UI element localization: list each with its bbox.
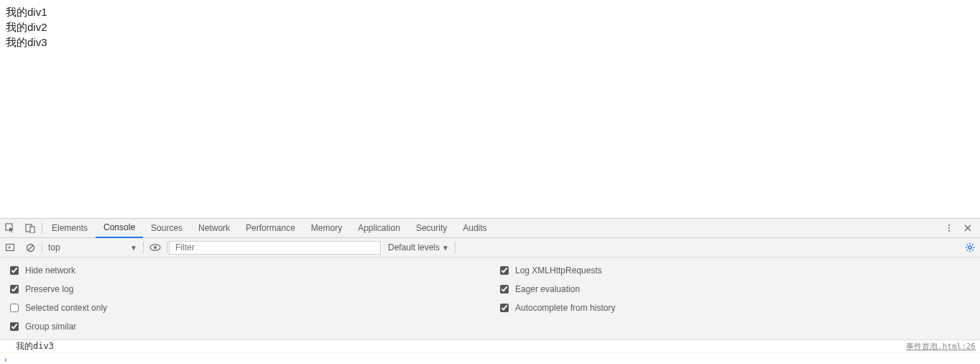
separator bbox=[455, 242, 456, 253]
console-output: 我的div3 事件冒泡.html:26 › bbox=[0, 340, 980, 364]
setting-preserve-log[interactable]: Preserve log bbox=[7, 280, 483, 299]
separator bbox=[167, 242, 167, 253]
svg-point-4 bbox=[948, 227, 950, 229]
more-options-icon[interactable] bbox=[940, 219, 958, 238]
tab-network[interactable]: Network bbox=[190, 219, 238, 238]
tab-elements[interactable]: Elements bbox=[44, 219, 96, 238]
console-toolbar: top ▼ Default levels ▼ bbox=[0, 238, 980, 258]
svg-line-19 bbox=[967, 250, 968, 250]
filter-input-wrapper bbox=[169, 241, 381, 255]
devtools-tab-bar: Elements Console Sources Network Perform… bbox=[0, 219, 980, 238]
dropdown-caret-icon: ▼ bbox=[130, 244, 137, 252]
tab-sources[interactable]: Sources bbox=[143, 219, 190, 238]
setting-label: Log XMLHttpRequests bbox=[515, 265, 602, 276]
inspect-element-icon[interactable] bbox=[0, 219, 20, 238]
toggle-console-sidebar-icon[interactable] bbox=[0, 238, 20, 258]
setting-group-similar[interactable]: Group similar bbox=[7, 317, 483, 336]
setting-selected-context-only[interactable]: Selected context only bbox=[7, 299, 483, 317]
settings-column-right: Log XMLHttpRequests Eager evaluation Aut… bbox=[490, 261, 980, 336]
svg-point-3 bbox=[948, 224, 950, 226]
checkbox-preserve-log[interactable] bbox=[10, 285, 19, 294]
tab-console[interactable]: Console bbox=[96, 219, 143, 238]
live-expression-icon[interactable] bbox=[145, 238, 165, 258]
log-levels-dropdown[interactable]: Default levels ▼ bbox=[388, 242, 449, 252]
checkbox-eager-evaluation[interactable] bbox=[500, 285, 509, 294]
setting-label: Eager evaluation bbox=[515, 284, 580, 294]
log-levels-label: Default levels bbox=[388, 242, 440, 252]
page-div-1: 我的div1 bbox=[6, 4, 974, 19]
context-selector[interactable]: top ▼ bbox=[44, 240, 142, 255]
svg-point-5 bbox=[948, 230, 950, 232]
page-div-2: 我的div2 bbox=[6, 19, 974, 35]
page-div-3: 我的div3 bbox=[6, 35, 974, 50]
checkbox-group-similar[interactable] bbox=[10, 322, 19, 331]
svg-line-17 bbox=[972, 250, 973, 250]
devtools-panel: Elements Console Sources Network Perform… bbox=[0, 218, 980, 364]
setting-eager-evaluation[interactable]: Eager evaluation bbox=[497, 280, 973, 299]
svg-line-18 bbox=[972, 245, 973, 245]
page-content: 我的div1 我的div2 我的div3 bbox=[0, 0, 980, 218]
prompt-caret-icon: › bbox=[3, 355, 8, 364]
svg-rect-2 bbox=[30, 227, 34, 233]
console-prompt[interactable]: › bbox=[0, 353, 980, 364]
setting-log-xhr[interactable]: Log XMLHttpRequests bbox=[497, 261, 973, 280]
tab-performance[interactable]: Performance bbox=[238, 219, 303, 238]
setting-hide-network[interactable]: Hide network bbox=[7, 261, 483, 280]
setting-label: Selected context only bbox=[25, 303, 107, 313]
separator bbox=[42, 222, 42, 234]
tab-audits[interactable]: Audits bbox=[455, 219, 494, 238]
svg-point-10 bbox=[154, 246, 157, 249]
setting-label: Hide network bbox=[25, 265, 75, 276]
console-log-line: 我的div3 事件冒泡.html:26 bbox=[0, 340, 980, 353]
checkbox-hide-network[interactable] bbox=[10, 266, 19, 275]
clear-console-icon[interactable] bbox=[20, 238, 40, 258]
settings-column-left: Hide network Preserve log Selected conte… bbox=[0, 261, 490, 336]
svg-line-16 bbox=[967, 245, 968, 245]
checkbox-autocomplete-history[interactable] bbox=[500, 304, 509, 312]
checkbox-log-xhr[interactable] bbox=[500, 266, 509, 275]
setting-label: Preserve log bbox=[25, 284, 73, 294]
console-settings-toggle-icon[interactable] bbox=[960, 238, 980, 258]
setting-label: Group similar bbox=[25, 322, 76, 332]
svg-line-8 bbox=[28, 245, 33, 250]
console-source-link[interactable]: 事件冒泡.html:26 bbox=[906, 341, 976, 352]
setting-label: Autocomplete from history bbox=[515, 303, 615, 313]
toggle-device-toolbar-icon[interactable] bbox=[20, 219, 40, 238]
tab-application[interactable]: Application bbox=[350, 219, 408, 238]
tab-memory[interactable]: Memory bbox=[303, 219, 350, 238]
console-message: 我的div3 bbox=[16, 340, 906, 352]
checkbox-selected-context-only[interactable] bbox=[10, 304, 19, 312]
separator bbox=[143, 242, 144, 253]
filter-input[interactable] bbox=[174, 242, 376, 253]
separator bbox=[42, 242, 42, 253]
tab-security[interactable]: Security bbox=[408, 219, 455, 238]
context-selector-label: top bbox=[48, 242, 60, 252]
svg-point-11 bbox=[969, 246, 971, 249]
console-settings-panel: Hide network Preserve log Selected conte… bbox=[0, 258, 980, 340]
setting-autocomplete-history[interactable]: Autocomplete from history bbox=[497, 299, 973, 317]
dropdown-caret-icon: ▼ bbox=[442, 244, 449, 252]
close-devtools-icon[interactable] bbox=[958, 219, 977, 238]
